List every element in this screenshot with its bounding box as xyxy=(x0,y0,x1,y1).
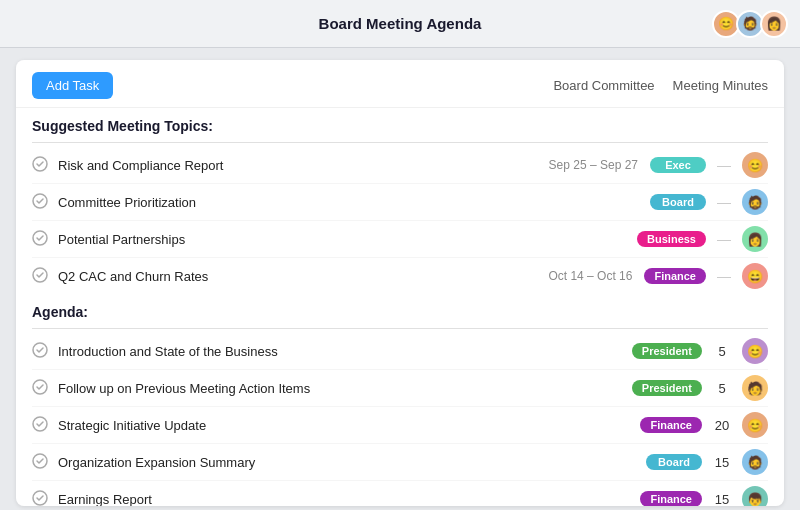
table-row: Earnings Report Finance 15 👦 xyxy=(32,481,768,506)
table-row: Potential Partnerships Business — 👩 xyxy=(32,221,768,258)
tag-finance: Finance xyxy=(640,417,702,433)
avatar: 👩 xyxy=(760,10,788,38)
table-row: Introduction and State of the Business P… xyxy=(32,333,768,370)
agenda-section: Agenda: Introduction and State of the Bu… xyxy=(16,294,784,506)
avatar: 🧑 xyxy=(742,375,768,401)
row-label: Introduction and State of the Business xyxy=(58,344,632,359)
avatar: 🧔 xyxy=(742,449,768,475)
tag-president: President xyxy=(632,343,702,359)
row-label: Risk and Compliance Report xyxy=(58,158,549,173)
top-bar: Board Meeting Agenda 😊 🧔 👩 xyxy=(0,0,800,48)
tag-finance: Finance xyxy=(640,491,702,506)
dash: — xyxy=(716,268,732,284)
tag-board: Board xyxy=(646,454,702,470)
toolbar: Add Task Board Committee Meeting Minutes xyxy=(16,60,784,108)
add-task-button[interactable]: Add Task xyxy=(32,72,113,99)
suggested-section: Suggested Meeting Topics: Risk and Compl… xyxy=(16,108,784,294)
check-icon xyxy=(32,156,50,174)
date-range: Sep 25 – Sep 27 xyxy=(549,158,638,172)
minutes-num: 15 xyxy=(712,455,732,470)
board-committee-link[interactable]: Board Committee xyxy=(553,78,654,93)
table-row: Strategic Initiative Update Finance 20 😊 xyxy=(32,407,768,444)
agenda-title: Agenda: xyxy=(32,304,768,324)
avatar: 👩 xyxy=(742,226,768,252)
row-label: Organization Expansion Summary xyxy=(58,455,646,470)
top-bar-avatars: 😊 🧔 👩 xyxy=(712,10,788,38)
table-row: Follow up on Previous Meeting Action Ite… xyxy=(32,370,768,407)
tag-finance: Finance xyxy=(644,268,706,284)
tag-exec: Exec xyxy=(650,157,706,173)
row-label: Follow up on Previous Meeting Action Ite… xyxy=(58,381,632,396)
check-icon xyxy=(32,267,50,285)
row-label: Strategic Initiative Update xyxy=(58,418,640,433)
check-icon xyxy=(32,453,50,471)
main-content: Add Task Board Committee Meeting Minutes… xyxy=(16,60,784,506)
table-row: Organization Expansion Summary Board 15 … xyxy=(32,444,768,481)
minutes-num: 5 xyxy=(712,344,732,359)
avatar: 😊 xyxy=(742,412,768,438)
suggested-title: Suggested Meeting Topics: xyxy=(32,118,768,138)
table-row: Q2 CAC and Churn Rates Oct 14 – Oct 16 F… xyxy=(32,258,768,294)
row-label: Q2 CAC and Churn Rates xyxy=(58,269,548,284)
tag-business: Business xyxy=(637,231,706,247)
page-title: Board Meeting Agenda xyxy=(319,15,482,32)
row-label: Committee Prioritization xyxy=(58,195,638,210)
table-row: Committee Prioritization Board — 🧔 xyxy=(32,184,768,221)
check-icon xyxy=(32,416,50,434)
minutes-num: 15 xyxy=(712,492,732,507)
tag-president: President xyxy=(632,380,702,396)
avatar: 👦 xyxy=(742,486,768,506)
check-icon xyxy=(32,379,50,397)
dash: — xyxy=(716,194,732,210)
avatar: 😊 xyxy=(742,338,768,364)
check-icon xyxy=(32,342,50,360)
avatar: 😊 xyxy=(742,152,768,178)
dash: — xyxy=(716,231,732,247)
avatar: 😄 xyxy=(742,263,768,289)
row-label: Potential Partnerships xyxy=(58,232,625,247)
avatar: 🧔 xyxy=(742,189,768,215)
table-row: Risk and Compliance Report Sep 25 – Sep … xyxy=(32,147,768,184)
meeting-minutes-link[interactable]: Meeting Minutes xyxy=(673,78,768,93)
tag-board: Board xyxy=(650,194,706,210)
toolbar-links: Board Committee Meeting Minutes xyxy=(553,78,768,93)
check-icon xyxy=(32,230,50,248)
minutes-num: 5 xyxy=(712,381,732,396)
check-icon xyxy=(32,490,50,506)
date-range: Oct 14 – Oct 16 xyxy=(548,269,632,283)
check-icon xyxy=(32,193,50,211)
dash: — xyxy=(716,157,732,173)
minutes-num: 20 xyxy=(712,418,732,433)
row-label: Earnings Report xyxy=(58,492,640,507)
